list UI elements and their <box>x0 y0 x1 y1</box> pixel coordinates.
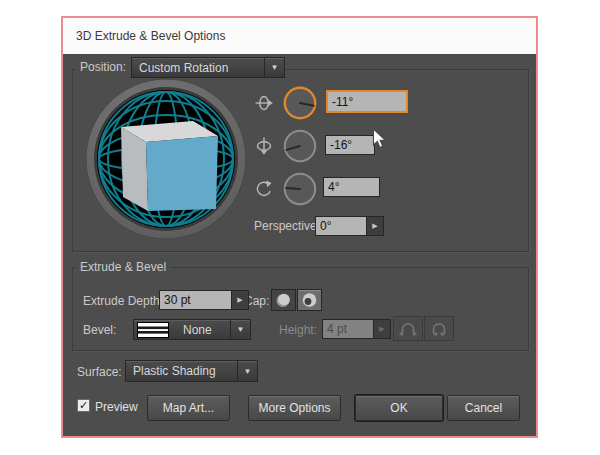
bevel-dropdown[interactable]: None ▼ <box>133 319 251 340</box>
bevel-extent-in-icon <box>429 321 449 337</box>
rotate-z-icon <box>255 180 273 198</box>
more-options-button[interactable]: More Options <box>248 395 341 421</box>
rotate-y-icon <box>255 137 273 155</box>
rotate-x-input[interactable] <box>326 90 408 113</box>
extrude-depth-label: Extrude Depth: <box>83 294 163 308</box>
rotate-y-input[interactable] <box>325 135 375 155</box>
mouse-cursor <box>372 128 387 150</box>
surface-label: Surface: <box>77 365 122 379</box>
cube-front-face <box>146 136 218 211</box>
bevel-height-input <box>322 319 374 339</box>
checkmark-icon: ✓ <box>79 400 88 411</box>
desktop-background: 3D Extrude & Bevel Options Position: Cus… <box>0 0 600 455</box>
bevel-height-label: Height: <box>279 323 317 337</box>
chevron-down-icon: ▼ <box>264 58 284 77</box>
dialog-3d-extrude-bevel-options: 3D Extrude & Bevel Options Position: Cus… <box>61 16 538 438</box>
rotate-x-dial[interactable] <box>282 85 318 121</box>
surface-dropdown-value: Plastic Shading <box>126 364 237 378</box>
preview-cube <box>121 121 218 211</box>
extrude-depth-slider-arrow-icon[interactable]: ▶ <box>232 290 249 310</box>
position-label: Position: <box>76 60 130 74</box>
cancel-button[interactable]: Cancel <box>447 395 520 421</box>
cap-off-button[interactable] <box>297 289 322 311</box>
rotate-z-dial[interactable] <box>282 171 318 207</box>
dialog-title: 3D Extrude & Bevel Options <box>76 29 225 43</box>
rotate-y-dial[interactable] <box>282 128 318 164</box>
bevel-none-swatch <box>137 322 169 338</box>
bevel-extent-in-button <box>424 316 454 341</box>
position-dropdown[interactable]: Custom Rotation ▼ <box>131 57 285 78</box>
extrude-bevel-legend: Extrude & Bevel <box>76 260 170 274</box>
chevron-down-icon: ▼ <box>230 320 250 339</box>
preview-checkbox[interactable]: ✓ <box>77 399 90 412</box>
perspective-input[interactable] <box>315 216 367 236</box>
trackball-preview[interactable] <box>85 78 247 240</box>
bevel-extent-out-icon <box>398 321 418 337</box>
perspective-label: Perspective: <box>254 219 320 233</box>
dialog-titlebar[interactable]: 3D Extrude & Bevel Options <box>63 18 536 54</box>
surface-dropdown[interactable]: Plastic Shading ▼ <box>125 360 258 382</box>
position-dropdown-value: Custom Rotation <box>132 61 264 75</box>
cap-on-icon <box>275 292 292 308</box>
bevel-extent-out-button <box>393 316 423 341</box>
bevel-height-slider-arrow-icon: ▶ <box>374 319 391 339</box>
map-art-button[interactable]: Map Art... <box>147 395 230 421</box>
rotate-x-icon <box>255 94 273 112</box>
extrude-depth-input[interactable] <box>159 290 232 310</box>
cap-on-button[interactable] <box>271 289 296 311</box>
cap-off-icon <box>301 292 318 308</box>
perspective-slider-arrow-icon[interactable]: ▶ <box>367 216 384 236</box>
dialog-content: Position: Custom Rotation ▼ <box>63 54 536 436</box>
bevel-label: Bevel: <box>83 323 116 337</box>
chevron-down-icon: ▼ <box>237 361 257 381</box>
bevel-dropdown-value: None <box>169 323 230 337</box>
preview-checkbox-label: Preview <box>95 400 138 414</box>
ok-button[interactable]: OK <box>355 395 443 421</box>
rotate-z-input[interactable] <box>323 177 380 197</box>
